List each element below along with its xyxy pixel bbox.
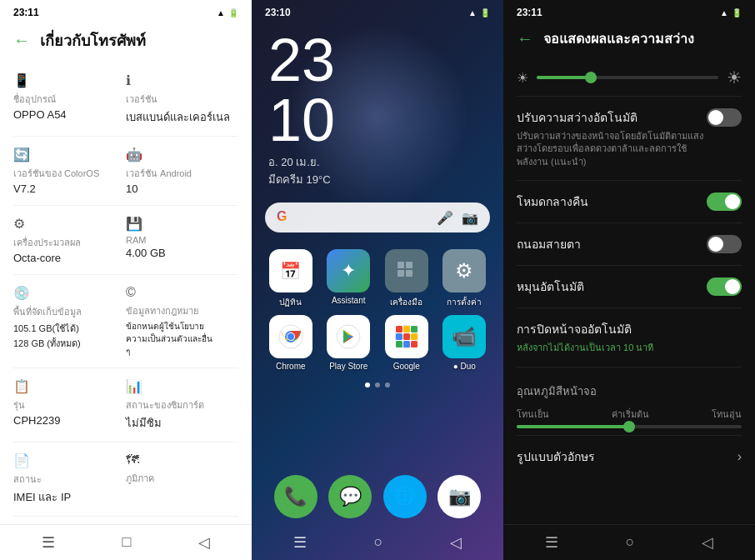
color-default-label: ค่าเริ่มต้น [612,407,649,422]
color-temp-slider[interactable] [517,425,742,428]
nav-bar-2: ☰ ○ ◁ [252,525,503,560]
model-label: รุ่น [13,398,126,412]
eye-protection-toggle[interactable] [707,235,742,253]
dock: 📞 💬 🌐 📷 [252,468,503,525]
model-value: CPH2239 [13,414,126,427]
menu-nav-icon-2[interactable]: ☰ [293,533,307,552]
menu-nav-icon-3[interactable]: ☰ [545,533,558,552]
font-style-row[interactable]: รูปแบบตัวอักษร › [517,436,742,478]
device-name-item[interactable]: 📱 ชื่ออุปกรณ์ OPPO A54 [13,62,126,137]
color-temp-thumb [623,421,635,432]
back-button-3[interactable]: ← [517,29,533,48]
app-tools[interactable]: เครื่องมือ [381,249,432,308]
legal-item[interactable]: © ข้อมูลทางกฎหมาย ข้อกหนดผู้ใช้นโยบาย คว… [126,275,238,368]
night-mode-row[interactable]: โหมดกลางคืน [517,181,742,223]
app-grid: 📅 ปฏิทิน ✦ Assistant เครื่องมือ ⚙ การตั้… [252,242,503,378]
svg-rect-2 [398,270,404,277]
ram-icon: 💾 [126,216,238,232]
settings-label: การตั้งค่า [447,296,482,308]
home-nav-icon-2[interactable]: ○ [374,533,383,552]
legal-label: ข้อมูลทางกฎหมาย [126,303,238,318]
font-style-title: รูปแบบตัวอักษร [517,448,595,466]
status-bar-2: 23:10 ▲ 🔋 [252,0,503,22]
auto-off-title: การปิดหน้าจออัตโนมัติ [517,320,632,338]
home-nav-icon-3[interactable]: ○ [626,533,635,552]
sim-item[interactable]: 📊 สถานะของซิมการ์ด ไม่มีซิม [126,368,238,442]
svg-rect-19 [411,333,418,340]
coloros-item[interactable]: 🔄 เวอร์ชันของ ColorOS V7.2 [13,137,126,206]
auto-rotate-header: หมุนอัตโนมัติ [517,278,742,296]
home-nav-icon[interactable]: □ [122,533,132,552]
eye-protection-row[interactable]: ถนอมสายตา [517,223,742,266]
dot-3 [385,382,390,388]
status-icons-3: ▲ 🔋 [720,8,742,18]
device-name-label: ชื่ออุปกรณ์ [13,92,126,107]
app-assistant[interactable]: ✦ Assistant [323,249,375,308]
eye-protection-header: ถนอมสายตา [517,235,742,253]
cpu-value: Octa-core [13,252,126,264]
display-content: ☀ ☀ ปรับความสว่างอัตโนมัติ ปรับความสว่าง… [503,59,755,524]
app-settings[interactable]: ⚙ การตั้งค่า [439,249,491,308]
tools-icon [385,249,428,292]
dot-2 [375,382,380,388]
app-calendar[interactable]: 📅 ปฏิทิน [265,249,317,308]
dock-messages[interactable]: 💬 [327,475,375,518]
lens-icon[interactable]: 📷 [462,210,478,226]
app-playstore[interactable]: Play Store [323,315,375,371]
back-button-1[interactable]: ← [13,31,30,50]
ram-item[interactable]: 💾 RAM 4.00 GB [126,206,238,275]
brightness-track-fill [537,76,591,79]
storage-icon: 💿 [13,285,126,301]
brightness-thumb [585,72,597,83]
sun-bright-icon: ☀ [727,68,742,88]
status-item[interactable]: 📄 สถานะ IMEI และ IP [13,442,126,517]
android-item[interactable]: 🤖 เวอร์ชัน Android 10 [126,137,238,206]
app-duo[interactable]: 📹 ● Duo [439,315,491,371]
auto-off-sub: หลังจากไม่ได้งานเป็นเวลา 10 นาที [517,342,742,354]
region-item[interactable]: 🗺 ภูมิภาค [126,442,238,517]
calendar-icon: 📅 [269,249,312,292]
clock-display: 2310 [268,30,487,150]
dock-phone[interactable]: 📞 [272,475,320,518]
search-bar[interactable]: G 🎤 📷 [265,202,490,232]
mic-icon[interactable]: 🎤 [437,210,453,226]
region-icon: 🗺 [126,452,238,468]
menu-nav-icon[interactable]: ☰ [42,533,55,552]
svg-rect-18 [403,333,410,340]
status-value: IMEI และ IP [13,488,126,506]
auto-rotate-title: หมุนอัตโนมัติ [517,278,584,296]
home-screen-panel: 23:10 ▲ 🔋 2310 อ. 20 เม.ย.มีดครีม 19°C G… [252,0,503,560]
back-nav-icon-2[interactable]: ◁ [450,533,462,552]
about-header: ← เกี่ยวกับโทรศัพท์ [0,22,252,62]
dock-camera[interactable]: 📷 [436,475,484,518]
color-temp-section: อุณหภูมิสีหน้าจอ โทนเย็น ค่าเริ่มต้น โทน… [517,376,742,436]
info-grid: 📱 ชื่ออุปกรณ์ OPPO A54 ℹ เวอร์ชัน เบสแบน… [13,62,238,517]
back-nav-icon-3[interactable]: ◁ [702,533,713,552]
version-item[interactable]: ℹ เวอร์ชัน เบสแบนด์และเคอร์เนล [126,62,238,137]
auto-brightness-row[interactable]: ปรับความสว่างอัตโนมัติ ปรับความสว่างของห… [517,97,742,181]
night-mode-toggle[interactable] [707,192,742,211]
region-label: ภูมิภาค [126,471,238,486]
display-title: จอแสดงผลและความสว่าง [543,28,694,49]
storage-item[interactable]: 💿 พื้นที่จัดเก็บข้อมูล 105.1 GB(ใช้ได้) … [13,275,126,368]
auto-rotate-row[interactable]: หมุนอัตโนมัติ [517,266,742,308]
cpu-item[interactable]: ⚙ เครื่องประมวลผล Octa-core [13,206,126,275]
about-phone-panel: 23:11 ▲ 🔋 ← เกี่ยวกับโทรศัพท์ 📱 ชื่ออุปก… [0,0,252,560]
brightness-slider[interactable] [537,76,718,79]
assistant-icon: ✦ [327,249,370,292]
model-item[interactable]: 📋 รุ่น CPH2239 [13,368,126,442]
playstore-label: Play Store [329,362,368,371]
auto-brightness-toggle[interactable] [707,108,742,127]
auto-off-row[interactable]: การปิดหน้าจออัตโนมัติ หลังจากไม่ได้งานเป… [517,308,742,367]
info-icon: ℹ [126,72,238,88]
auto-rotate-toggle[interactable] [707,278,742,296]
google-label: Google [393,362,420,371]
chevron-icon: › [738,449,742,464]
duo-icon: 📹 [442,315,486,358]
model-icon: 📋 [13,378,126,394]
app-chrome[interactable]: Chrome [265,315,317,371]
app-google[interactable]: Google [381,315,432,371]
dock-browser[interactable]: 🌐 [381,475,429,518]
back-nav-icon[interactable]: ◁ [198,533,210,552]
legal-value: ข้อกหนดผู้ใช้นโยบาย ความเป็นส่วนตัวและอื… [126,320,238,358]
